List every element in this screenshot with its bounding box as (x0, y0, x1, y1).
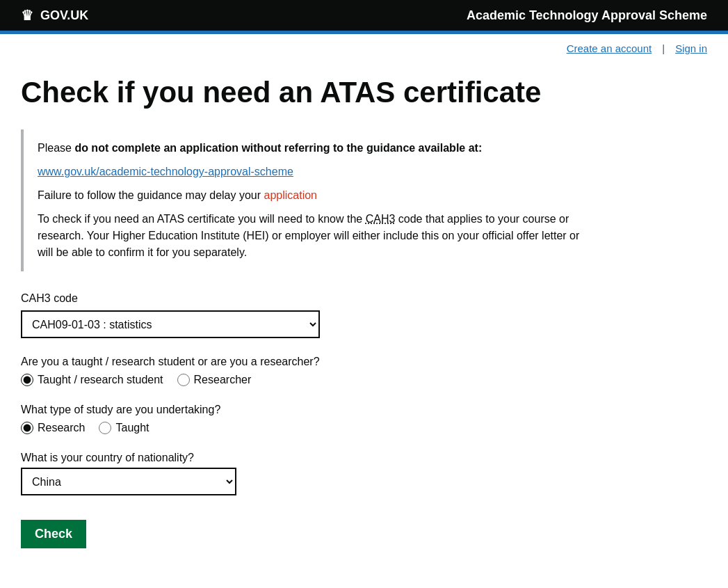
main-content: Check if you need an ATAS certificate Pl… (0, 63, 626, 588)
nationality-select[interactable]: China United Kingdom United States India… (21, 468, 236, 495)
check-button[interactable]: Check (21, 520, 86, 548)
study-question-label: What type of study are you undertaking? (21, 404, 605, 416)
student-question-label: Are you a taught / research student or a… (21, 356, 605, 368)
cah3-select[interactable]: CAH09-01-03 : statistics (21, 310, 320, 338)
taught-student-radio[interactable] (21, 374, 33, 386)
study-radio-group: Research Taught (21, 422, 605, 434)
student-radio-group: Taught / research student Researcher (21, 374, 605, 386)
researcher-radio[interactable] (177, 374, 190, 386)
taught-student-radio-label[interactable]: Taught / research student (21, 374, 163, 386)
research-label: Research (38, 422, 85, 434)
researcher-radio-label[interactable]: Researcher (177, 374, 252, 386)
taught-student-label: Taught / research student (38, 374, 163, 386)
nav-divider: | (662, 42, 665, 54)
guidance-link[interactable]: www.gov.uk/academic-technology-approval-… (38, 166, 293, 177)
header-title: Academic Technology Approval Scheme (467, 8, 707, 23)
info-para2: To check if you need an ATAS certificate… (38, 211, 591, 261)
research-radio[interactable] (21, 422, 33, 434)
taught-radio-label[interactable]: Taught (99, 422, 149, 434)
info-line1: Please do not complete an application wi… (38, 140, 591, 157)
cah3-field-group: CAH3 code CAH09-01-03 : statistics (21, 292, 605, 338)
page-heading: Check if you need an ATAS certificate (21, 77, 605, 109)
logo-text: GOV.UK (40, 8, 88, 23)
study-type-group: What type of study are you undertaking? … (21, 404, 605, 434)
nationality-field-group: What is your country of nationality? Chi… (21, 452, 605, 495)
info-line1-bold: do not complete an application without r… (74, 142, 482, 154)
taught-radio[interactable] (99, 422, 111, 434)
student-type-group: Are you a taught / research student or a… (21, 356, 605, 386)
nationality-question-label: What is your country of nationality? (21, 452, 605, 464)
researcher-label: Researcher (194, 374, 252, 386)
crown-icon: ♛ (21, 7, 33, 24)
info-box: Please do not complete an application wi… (21, 129, 605, 271)
sign-in-link[interactable]: Sign in (675, 42, 707, 54)
info-warning: Failure to follow the guidance may delay… (38, 187, 591, 204)
top-nav: Create an account | Sign in (0, 34, 728, 63)
cah3-code-reference: CAH3 (366, 213, 396, 225)
research-radio-label[interactable]: Research (21, 422, 85, 434)
info-link-paragraph: www.gov.uk/academic-technology-approval-… (38, 164, 591, 180)
create-account-link[interactable]: Create an account (567, 42, 652, 54)
warning-text: application (264, 189, 318, 201)
taught-label: Taught (115, 422, 149, 434)
gov-logo: ♛ GOV.UK (21, 7, 88, 24)
cah3-label: CAH3 code (21, 292, 605, 305)
site-header: ♛ GOV.UK Academic Technology Approval Sc… (0, 0, 728, 31)
